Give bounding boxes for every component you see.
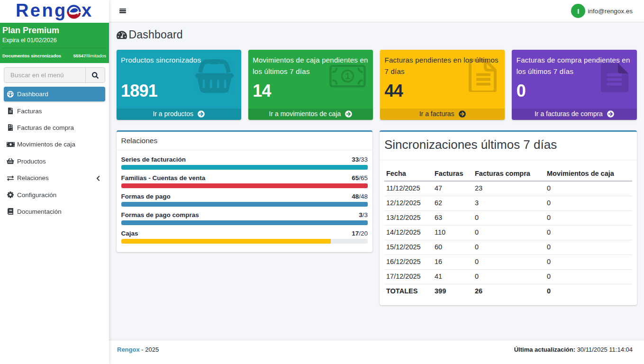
svg-text:Reng: Reng [17, 2, 67, 20]
svg-text:x: x [82, 2, 91, 20]
